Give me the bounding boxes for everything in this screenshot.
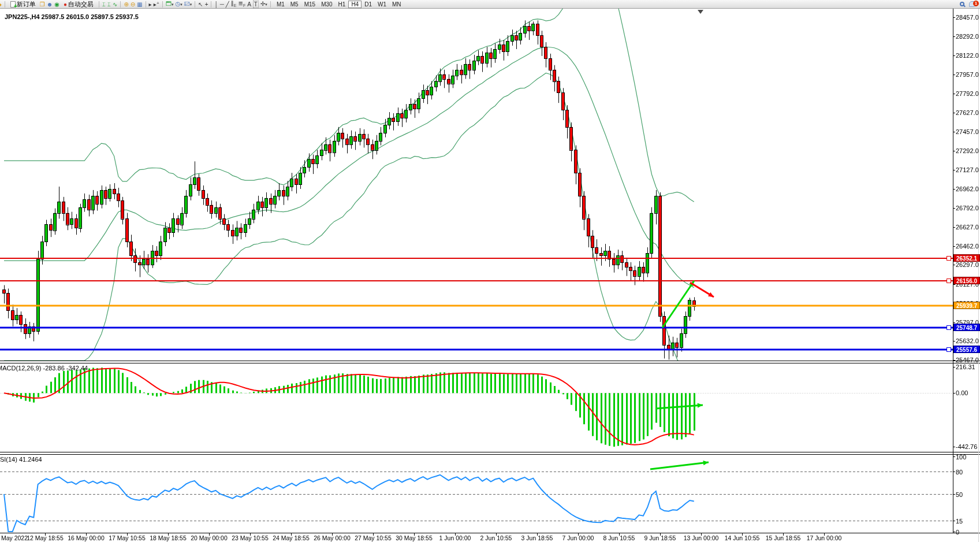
notifications-icon[interactable]: 1 xyxy=(969,1,977,7)
text-button[interactable]: A xyxy=(247,1,251,8)
tile-windows-button[interactable]: ▦ xyxy=(137,1,142,8)
crosshair-button[interactable]: + xyxy=(205,1,208,8)
rsi-label: RSI(14) 41.2464 xyxy=(0,456,42,463)
timeframe-button-m5[interactable]: M5 xyxy=(288,1,301,8)
price-tick-label: 27957.0 xyxy=(956,71,979,78)
notification-badge: 1 xyxy=(973,1,979,6)
auto-trading-label: 自动交易 xyxy=(68,0,94,9)
rsi-tick-label: 0 xyxy=(956,529,959,536)
signals-icon[interactable]: ◉ xyxy=(54,1,59,8)
price-tick-label: 27457.0 xyxy=(956,128,979,135)
separator xyxy=(120,1,121,8)
price-level-badge: 25939.7 xyxy=(953,302,980,309)
price-tick-label: 26792.0 xyxy=(956,205,979,211)
auto-scroll-button[interactable]: ▸ xyxy=(149,1,152,8)
timeframe-button-mn[interactable]: MN xyxy=(389,1,404,8)
periods-button[interactable]: ◷▾ xyxy=(175,1,182,8)
rsi-tick-label: 80 xyxy=(956,469,963,476)
price-level-badge: 25557.6 xyxy=(953,346,980,353)
price-level-badge: 26352.1 xyxy=(953,254,980,262)
market-icon[interactable]: ❒ xyxy=(40,1,45,8)
price-tick-label: 27627.0 xyxy=(956,109,979,116)
separator xyxy=(146,1,146,8)
macd-tick-label: 0.00 xyxy=(956,389,968,396)
new-chart-button[interactable]: 🗔▾ xyxy=(166,1,174,8)
timeframe-button-h1[interactable]: H1 xyxy=(336,1,349,8)
new-order-icon xyxy=(10,1,16,8)
zoom-out-button[interactable]: ⊖ xyxy=(131,1,135,8)
macd-label: MACD(12,26,9) -283.86 -342.44 xyxy=(0,365,88,372)
price-tick-label: 26627.0 xyxy=(956,224,979,231)
timeframe-button-m15[interactable]: M15 xyxy=(301,1,318,8)
text-label-button[interactable]: T xyxy=(253,1,259,8)
chart-shift-button[interactable]: ▸⁺ xyxy=(154,1,159,8)
mt4-window: ◆ 新订单 ❒ ☻ ◉ ● 自动交易 ⌶ ⌶ ∿ ⊕ ⊖ ▦ ▸ ▸⁺ 🗔▾ ◷… xyxy=(0,0,980,542)
price-tick-label: 26462.0 xyxy=(956,243,979,250)
bar-chart-button[interactable]: ⌶ xyxy=(102,1,106,8)
toolbar-right: 1 xyxy=(960,1,980,7)
search-icon[interactable] xyxy=(960,2,964,6)
time-tick-label: 17 Jun 00:00 xyxy=(798,534,850,541)
separator xyxy=(162,1,163,8)
fibonacci-button[interactable]: ≣F xyxy=(239,0,246,9)
vertical-line-button[interactable]: │ xyxy=(214,1,218,8)
separator xyxy=(195,1,195,8)
separator xyxy=(5,1,5,8)
price-tick-label: 25467.0 xyxy=(956,357,979,363)
equidistant-channel-button[interactable]: ∥E xyxy=(231,0,237,9)
price-tick-label: 26297.0 xyxy=(956,261,979,268)
timeframe-button-h4[interactable]: H4 xyxy=(348,1,362,8)
price-tick-label: 27792.0 xyxy=(956,90,979,97)
macd-tick-label: -442.76 xyxy=(956,443,977,450)
separator xyxy=(99,1,99,8)
timeframe-group: M1M5M15M30H1H4D1W1MN xyxy=(274,1,404,8)
timeframe-button-d1[interactable]: D1 xyxy=(362,1,375,8)
separator xyxy=(211,1,211,8)
auto-trading-button[interactable]: ● 自动交易 xyxy=(61,1,96,8)
price-tick-label: 26962.0 xyxy=(956,185,979,192)
price-level-badge: 26156.0 xyxy=(953,277,980,284)
trendline-button[interactable]: ╱ xyxy=(226,1,229,8)
chart-title: JPN225-,H4 25987.5 26015.0 25897.5 25937… xyxy=(5,13,139,20)
new-order-button[interactable]: 新订单 xyxy=(8,1,38,8)
community-icon[interactable]: ☻ xyxy=(47,1,53,8)
zoom-in-button[interactable]: ⊕ xyxy=(124,1,128,8)
chart-canvas[interactable] xyxy=(0,0,980,542)
cursor-button[interactable]: ↖ xyxy=(198,1,203,8)
timeframe-button-w1[interactable]: W1 xyxy=(375,1,389,8)
chart-icon[interactable]: ◆ xyxy=(0,1,2,8)
price-level-badge: 25748.7 xyxy=(953,324,980,331)
horizontal-line-button[interactable]: ─ xyxy=(220,1,224,8)
rsi-tick-label: 50 xyxy=(956,491,963,498)
rsi-tick-label: 100 xyxy=(956,454,966,461)
price-tick-label: 28122.0 xyxy=(956,52,979,59)
arrows-tool-button[interactable]: ✢▾ xyxy=(260,1,267,8)
price-tick-label: 25632.0 xyxy=(956,337,979,344)
rsi-tick-label: 15 xyxy=(956,518,963,525)
price-tick-label: 27127.0 xyxy=(956,166,979,173)
price-tick-label: 28457.0 xyxy=(956,14,979,21)
line-chart-button[interactable]: ∿ xyxy=(113,1,117,8)
timeframe-button-m30[interactable]: M30 xyxy=(318,1,335,8)
new-order-label: 新订单 xyxy=(17,0,36,9)
price-tick-label: 27292.0 xyxy=(956,147,979,154)
templates-button[interactable]: 🗠▾ xyxy=(184,1,192,8)
macd-tick-label: 216.31 xyxy=(956,363,975,370)
price-tick-label: 28292.0 xyxy=(956,33,979,40)
auto-trading-icon: ● xyxy=(64,1,67,8)
timeframe-button-m1[interactable]: M1 xyxy=(274,1,288,8)
toolbar: ◆ 新订单 ❒ ☻ ◉ ● 自动交易 ⌶ ⌶ ∿ ⊕ ⊖ ▦ ▸ ▸⁺ 🗔▾ ◷… xyxy=(0,0,980,9)
separator xyxy=(270,1,271,8)
candlestick-chart-button[interactable]: ⌶ xyxy=(107,1,111,8)
